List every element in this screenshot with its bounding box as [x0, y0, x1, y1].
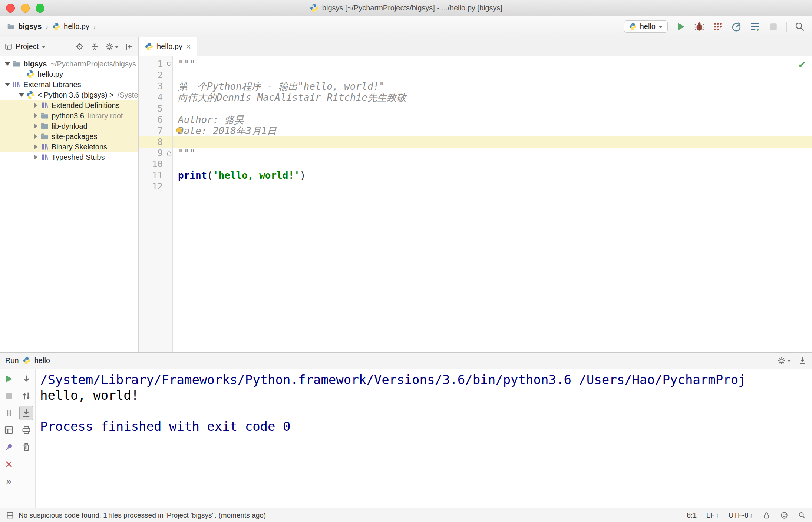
scroll-to-end-button[interactable] [19, 406, 33, 420]
line-number[interactable]: 10 [139, 159, 172, 170]
chevron-down-icon[interactable] [3, 79, 12, 90]
dock-panel-button[interactable] [798, 356, 807, 365]
fold-start-icon[interactable] [166, 61, 172, 67]
inspections-status-icon[interactable]: ✔ [799, 59, 805, 70]
down-stack-trace-button[interactable] [19, 372, 33, 386]
run-anything-button[interactable] [749, 21, 760, 32]
tree-item-bigsys[interactable]: bigsys ~/PycharmProjects/bigsys [0, 59, 138, 69]
folder-icon [40, 111, 49, 120]
code-line[interactable]: """ [173, 59, 812, 70]
fold-end-icon[interactable] [166, 150, 172, 156]
rerun-button[interactable] [2, 372, 16, 386]
caret-position[interactable]: 8:1 [687, 511, 697, 519]
line-number[interactable]: 3 [139, 81, 172, 92]
settings-button[interactable] [105, 42, 119, 51]
toolwindow-switcher-icon[interactable] [6, 511, 14, 519]
chevron-right-icon[interactable] [31, 152, 40, 162]
tab-hello-py[interactable]: hello.py × [139, 37, 197, 56]
chevron-right-icon[interactable] [31, 142, 40, 152]
close-window-button[interactable] [6, 4, 15, 13]
code-line[interactable] [173, 103, 812, 114]
tree-item-external-libraries[interactable]: External Libraries [0, 79, 138, 90]
chevron-down-icon[interactable] [17, 90, 26, 100]
line-number[interactable]: 6 [139, 114, 172, 125]
clear-all-button[interactable] [19, 440, 33, 454]
tree-item-typeshed-stubs[interactable]: Typeshed Stubs [0, 152, 138, 162]
pin-tab-button[interactable] [2, 440, 16, 454]
chevron-right-icon[interactable] [31, 131, 40, 142]
coverage-button[interactable] [712, 21, 723, 32]
line-number[interactable]: 11 [139, 170, 172, 181]
tree-item-site-packages[interactable]: site-packages [0, 131, 138, 142]
breadcrumb-item-hello-py[interactable]: hello.py [64, 22, 89, 31]
code-line[interactable]: """ [173, 148, 812, 159]
layout-icon [4, 425, 14, 435]
close-icon[interactable]: × [186, 42, 191, 51]
run-toolwindow-title[interactable]: Run [5, 356, 19, 365]
chevron-right-icon[interactable] [31, 121, 40, 131]
run-config-name[interactable]: hello [34, 356, 50, 365]
lock-icon[interactable] [762, 511, 770, 519]
titlebar: bigsys [~/PycharmProjects/bigsys] - .../… [0, 0, 812, 16]
code-line[interactable]: 第一个Python程序 - 输出"hello, world!" [173, 81, 812, 92]
print-button[interactable] [19, 423, 33, 437]
chevron-right-icon[interactable] [31, 100, 40, 110]
line-number[interactable]: 2 [139, 70, 172, 81]
pause-output-button[interactable] [2, 406, 16, 420]
run-config-selector[interactable]: hello [624, 20, 668, 33]
code-line[interactable]: Date: 2018年3月1日 [173, 125, 812, 136]
stop-button[interactable] [768, 21, 779, 32]
tree-item-extended-definitions[interactable]: Extended Definitions [0, 100, 138, 110]
code-line-current[interactable] [173, 136, 812, 148]
debug-button[interactable] [694, 21, 705, 32]
minimize-window-button[interactable] [21, 4, 30, 13]
line-number[interactable]: 5 [139, 103, 172, 114]
code-line[interactable]: Author: 骆昊 [173, 114, 812, 125]
line-number[interactable]: 8 [139, 136, 172, 148]
tree-item-lib-dynload[interactable]: lib-dynload [0, 121, 138, 131]
tree-item-python-interpreter[interactable]: < Python 3.6 (bigsys) > /System [0, 90, 138, 100]
tree-item-hello-py[interactable]: hello.py [0, 69, 138, 79]
code-line[interactable]: 向伟大的Dennis MacAlistair Ritchie先生致敬 [173, 92, 812, 103]
run-button[interactable] [675, 21, 686, 32]
code-line[interactable] [173, 159, 812, 170]
breadcrumb-item-bigsys[interactable]: bigsys [18, 22, 42, 31]
hector-inspections-icon[interactable] [780, 511, 788, 519]
soft-wrap-button[interactable] [19, 389, 33, 403]
code-content[interactable]: """ 第一个Python程序 - 输出"hello, world!" 向伟大的… [173, 56, 812, 352]
tree-item-python36[interactable]: python3.6 library root [0, 110, 138, 121]
line-ending-selector[interactable]: LF ↕ [706, 511, 719, 519]
more-actions-button[interactable]: » [2, 474, 16, 488]
console-line [40, 403, 812, 419]
code-line[interactable] [173, 181, 812, 192]
run-toolwindow: Run hello » [0, 352, 812, 508]
run-settings-button[interactable] [777, 356, 791, 365]
profiler-button[interactable] [731, 21, 742, 32]
line-number[interactable]: 12 [139, 181, 172, 192]
tree-item-binary-skeletons[interactable]: Binary Skeletons [0, 142, 138, 152]
search-everywhere-button[interactable] [794, 21, 805, 32]
chevron-right-icon[interactable] [31, 110, 40, 121]
locate-button[interactable] [75, 42, 84, 51]
encoding-selector[interactable]: UTF-8 ↕ [729, 511, 753, 519]
hide-panel-button[interactable] [125, 42, 134, 51]
code-line[interactable] [173, 70, 812, 81]
editor-gutter[interactable]: 1 2 3 4 5 6 7 8 9 10 11 12 [139, 56, 173, 352]
python-icon [629, 23, 637, 31]
panel-title[interactable]: Project [16, 42, 39, 51]
collapse-all-button[interactable] [90, 42, 99, 51]
intention-bulb-icon[interactable] [174, 126, 184, 136]
restore-layout-button[interactable] [2, 423, 16, 437]
stop-button[interactable] [2, 389, 16, 403]
printer-icon [21, 425, 32, 435]
code-line[interactable]: print('hello, world!') [173, 170, 812, 181]
chevron-down-icon[interactable] [3, 59, 12, 69]
close-button[interactable] [2, 457, 16, 471]
magnifier-icon[interactable] [798, 511, 806, 519]
chevron-down-icon[interactable] [42, 42, 46, 51]
run-console[interactable]: /System/Library/Frameworks/Python.framew… [36, 369, 812, 508]
line-number[interactable]: 4 [139, 92, 172, 103]
zoom-window-button[interactable] [36, 4, 44, 13]
code-editor[interactable]: 1 2 3 4 5 6 7 8 9 10 11 12 """ [139, 56, 812, 352]
line-number[interactable]: 7 [139, 125, 172, 136]
